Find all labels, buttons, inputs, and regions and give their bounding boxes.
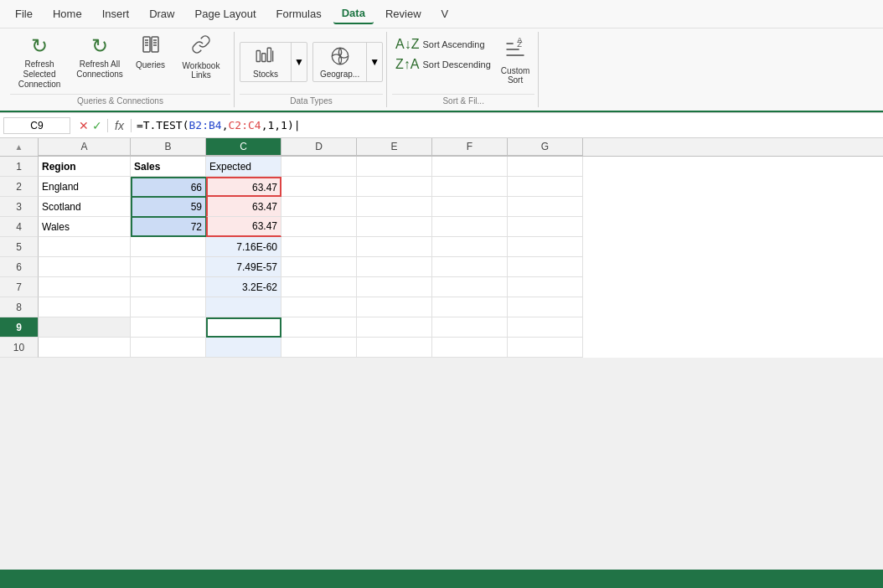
menu-insert[interactable]: Insert <box>94 4 138 23</box>
geography-btn[interactable]: Geograp... <box>313 43 366 81</box>
cell-b4[interactable]: 72 <box>131 217 206 237</box>
custom-sort-btn[interactable]: Z A CustomSort <box>496 35 534 87</box>
col-header-d[interactable]: D <box>281 138 357 156</box>
cell-b8[interactable] <box>131 297 206 317</box>
cell-g5[interactable] <box>508 237 583 257</box>
menu-review[interactable]: Review <box>377 4 430 23</box>
cell-f5[interactable] <box>432 237 508 257</box>
refresh-selected-btn[interactable]: ↻ Refresh Selected Connection <box>10 32 69 92</box>
cell-c3[interactable]: 63.47 <box>206 197 281 217</box>
menu-page-layout[interactable]: Page Layout <box>187 4 265 23</box>
row-header-9[interactable]: 9 <box>0 317 39 338</box>
row-header-3[interactable]: 3 <box>0 197 39 217</box>
cell-c8[interactable] <box>206 297 281 317</box>
row-header-1[interactable]: 1 <box>0 157 39 177</box>
cell-g1[interactable] <box>508 157 583 177</box>
cell-g4[interactable] <box>508 217 583 237</box>
cell-b3[interactable]: 59 <box>131 197 206 217</box>
cell-g3[interactable] <box>508 197 583 217</box>
cell-g8[interactable] <box>508 297 583 317</box>
row-header-2[interactable]: 2 <box>0 177 39 197</box>
cell-b6[interactable] <box>131 257 206 277</box>
cell-d4[interactable] <box>281 217 357 237</box>
cell-b5[interactable] <box>131 237 206 257</box>
sort-ascending-btn[interactable]: A↓Z Sort Ascending <box>392 35 494 54</box>
row-header-5[interactable]: 5 <box>0 237 39 257</box>
cell-c6[interactable]: 7.49E-57 <box>206 257 281 277</box>
cell-e5[interactable] <box>357 237 432 257</box>
row-header-10[interactable]: 10 <box>0 338 39 358</box>
cell-c9-active[interactable]: =T.TEST(B2:B4, C2:C4,1,1) <box>206 317 281 338</box>
cell-d10[interactable] <box>281 338 357 358</box>
cell-e9[interactable] <box>357 317 432 338</box>
queries-btn[interactable]: Queries <box>131 32 170 72</box>
menu-file[interactable]: File <box>7 4 41 23</box>
cell-d1[interactable] <box>281 157 357 177</box>
cell-d9[interactable] <box>281 317 357 338</box>
cell-c7[interactable]: 3.2E-62 <box>206 277 281 297</box>
cell-b2[interactable]: 66 <box>131 177 206 197</box>
cell-f9[interactable] <box>432 317 508 338</box>
cell-d3[interactable] <box>281 197 357 217</box>
col-header-a[interactable]: A <box>39 138 131 156</box>
cell-c2[interactable]: 63.47 <box>206 177 281 197</box>
cell-a7[interactable] <box>39 277 131 297</box>
menu-draw[interactable]: Draw <box>141 4 183 23</box>
cell-e1[interactable] <box>357 157 432 177</box>
row-header-4[interactable]: 4 <box>0 217 39 237</box>
cell-f10[interactable] <box>432 338 508 358</box>
cell-b9[interactable] <box>131 317 206 338</box>
cell-c5[interactable]: 7.16E-60 <box>206 237 281 257</box>
cell-e2[interactable] <box>357 177 432 197</box>
cell-b7[interactable] <box>131 277 206 297</box>
cell-d8[interactable] <box>281 297 357 317</box>
cell-reference-input[interactable] <box>3 117 70 134</box>
cell-d6[interactable] <box>281 257 357 277</box>
cell-e10[interactable] <box>357 338 432 358</box>
cell-a5[interactable] <box>39 237 131 257</box>
cell-a3[interactable]: Scotland <box>39 197 131 217</box>
formula-input[interactable]: =T.TEST(B2:B4, C2:C4,1,1)| <box>132 119 880 132</box>
sort-descending-btn[interactable]: Z↑A Sort Descending <box>392 55 494 74</box>
cell-e7[interactable] <box>357 277 432 297</box>
cell-f7[interactable] <box>432 277 508 297</box>
cell-c4[interactable]: 63.47 <box>206 217 281 237</box>
cell-e4[interactable] <box>357 217 432 237</box>
cell-c10[interactable] <box>206 338 281 358</box>
cell-a4[interactable]: Wales <box>39 217 131 237</box>
col-header-c[interactable]: C <box>206 138 281 156</box>
cell-c1[interactable]: Expected <box>206 157 281 177</box>
menu-data[interactable]: Data <box>333 3 374 24</box>
cell-b10[interactable] <box>131 338 206 358</box>
cell-d2[interactable] <box>281 177 357 197</box>
col-header-f[interactable]: F <box>432 138 508 156</box>
row-header-6[interactable]: 6 <box>0 257 39 277</box>
cell-f6[interactable] <box>432 257 508 277</box>
cell-f2[interactable] <box>432 177 508 197</box>
cell-a6[interactable] <box>39 257 131 277</box>
cell-f8[interactable] <box>432 297 508 317</box>
cell-d5[interactable] <box>281 237 357 257</box>
refresh-all-btn[interactable]: ↻ Refresh All Connections <box>70 32 129 82</box>
row-header-8[interactable]: 8 <box>0 297 39 317</box>
cell-g10[interactable] <box>508 338 583 358</box>
menu-more[interactable]: V <box>433 4 457 23</box>
cell-g7[interactable] <box>508 277 583 297</box>
cell-a2[interactable]: England <box>39 177 131 197</box>
col-header-g[interactable]: G <box>508 138 583 156</box>
cancel-formula-icon[interactable]: ✕ <box>79 119 89 132</box>
row-header-7[interactable]: 7 <box>0 277 39 297</box>
cell-f4[interactable] <box>432 217 508 237</box>
cell-b1[interactable]: Sales <box>131 157 206 177</box>
cell-a9[interactable] <box>39 317 131 338</box>
cell-e8[interactable] <box>357 297 432 317</box>
cell-a10[interactable] <box>39 338 131 358</box>
cell-g6[interactable] <box>508 257 583 277</box>
stocks-dropdown[interactable]: ▼ <box>291 43 307 81</box>
stocks-btn[interactable]: Stocks <box>240 43 291 81</box>
col-header-e[interactable]: E <box>357 138 432 156</box>
cell-f1[interactable] <box>432 157 508 177</box>
menu-home[interactable]: Home <box>44 4 90 23</box>
cell-d7[interactable] <box>281 277 357 297</box>
confirm-formula-icon[interactable]: ✓ <box>92 119 102 132</box>
